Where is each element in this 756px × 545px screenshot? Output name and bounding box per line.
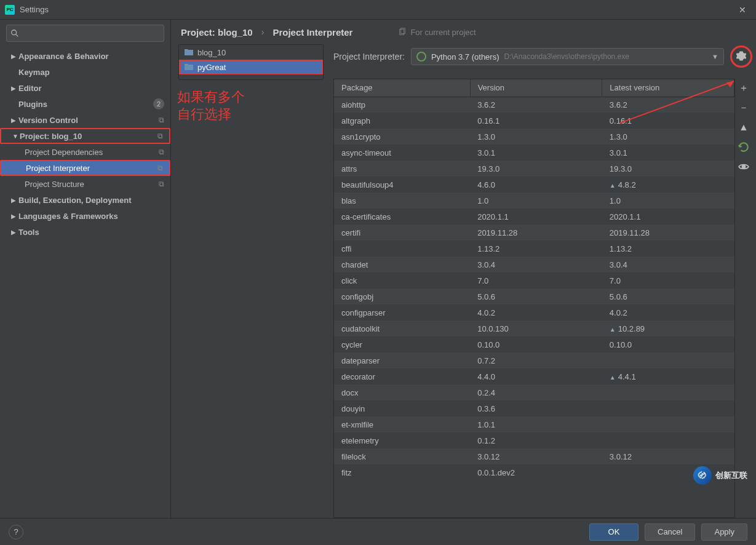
sidebar-item[interactable]: Project Structure⧉ (0, 176, 170, 192)
ok-button[interactable]: OK (589, 523, 639, 541)
gear-highlight-circle (730, 46, 752, 68)
table-row[interactable]: et-xmlfile1.0.1 (334, 416, 734, 432)
cell-package: aiohttp (334, 97, 470, 113)
sidebar-item-label: Editor (18, 84, 164, 93)
sidebar-item[interactable]: ▶Languages & Frameworks (0, 208, 170, 224)
close-icon[interactable]: ✕ (734, 5, 751, 15)
show-early-releases-button[interactable] (737, 160, 750, 173)
chevron-right-icon: ▶ (11, 197, 18, 204)
table-row[interactable]: cudatoolkit10.0.130▲10.2.89 (334, 320, 734, 336)
packages-table[interactable]: Package Version Latest version aiohttp3.… (333, 79, 735, 518)
table-row[interactable]: docx0.2.4 (334, 384, 734, 400)
table-row[interactable]: asn1crypto1.3.01.3.0 (334, 129, 734, 145)
main-panel: Project: blog_10 › Project Interpreter F… (171, 20, 756, 518)
table-row[interactable]: configparser4.0.24.0.2 (334, 304, 734, 320)
cell-package: fitz (334, 464, 470, 480)
package-toolbar: ＋ － ▲ (735, 79, 752, 518)
gear-icon[interactable] (736, 51, 746, 63)
sidebar-item[interactable]: ▶Editor (0, 80, 170, 96)
cell-latest: 1.0 (602, 193, 734, 209)
cell-package: configparser (334, 304, 470, 320)
project-item[interactable]: pyGreat (179, 60, 323, 74)
sidebar-item[interactable]: ▼Project: blog_10⧉ (0, 128, 170, 144)
table-row[interactable]: blas1.01.0 (334, 193, 734, 209)
table-row[interactable]: filelock3.0.123.0.12 (334, 448, 734, 464)
chevron-right-icon: ▶ (11, 85, 18, 92)
table-row[interactable]: ca-certificates2020.1.12020.1.1 (334, 209, 734, 225)
cell-package: cffi (334, 241, 470, 257)
table-row[interactable]: etelemetry0.1.2 (334, 432, 734, 448)
sidebar-item[interactable]: ▶Tools (0, 224, 170, 240)
cell-version: 4.4.0 (470, 368, 602, 384)
search-input-wrapper[interactable] (6, 25, 164, 42)
cell-package: asn1crypto (334, 129, 470, 145)
table-row[interactable]: chardet3.0.43.0.4 (334, 257, 734, 272)
table-row[interactable]: fitz0.0.1.dev2 (334, 464, 734, 480)
search-input[interactable] (23, 29, 160, 38)
project-item[interactable]: blog_10 (179, 45, 323, 60)
cell-version: 1.13.2 (470, 241, 602, 257)
cell-version: 2019.11.28 (470, 225, 602, 241)
cancel-button[interactable]: Cancel (645, 523, 695, 541)
sidebar-item-label: Appearance & Behavior (18, 52, 164, 61)
cell-latest: ▲4.4.1 (602, 368, 734, 384)
sidebar-item[interactable]: ▶Appearance & Behavior (0, 48, 170, 64)
refresh-button[interactable] (737, 140, 750, 154)
upgrade-package-button[interactable]: ▲ (737, 121, 750, 134)
upgrade-available-icon: ▲ (610, 374, 616, 381)
project-item-label: pyGreat (197, 63, 226, 72)
table-row[interactable]: dateparser0.7.2 (334, 352, 734, 368)
cell-latest: 4.0.2 (602, 304, 734, 320)
cell-version: 10.0.130 (470, 320, 602, 336)
table-row[interactable]: click7.07.0 (334, 272, 734, 288)
breadcrumb-project: Project: blog_10 (181, 27, 253, 38)
chevron-right-icon: ▶ (11, 53, 18, 60)
svg-point-6 (417, 52, 426, 61)
copy-icon (398, 28, 407, 36)
settings-sidebar: ▶Appearance & BehaviorKeymap▶EditorPlugi… (0, 20, 171, 518)
project-item-label: blog_10 (197, 48, 226, 57)
cell-latest: 0.16.1 (602, 113, 734, 129)
cell-version: 0.10.0 (470, 336, 602, 352)
sidebar-item[interactable]: Plugins2 (0, 96, 170, 112)
remove-package-button[interactable]: － (737, 101, 750, 114)
table-row[interactable]: certifi2019.11.282019.11.28 (334, 225, 734, 241)
add-package-button[interactable]: ＋ (737, 81, 750, 95)
chevron-down-icon: ▼ (712, 53, 718, 60)
table-row[interactable]: attrs19.3.019.3.0 (334, 161, 734, 177)
table-row[interactable]: async-timeout3.0.13.0.1 (334, 145, 734, 161)
table-row[interactable]: beautifulsoup44.6.0▲4.8.2 (334, 177, 734, 193)
sidebar-item[interactable]: ▶Version Control⧉ (0, 112, 170, 128)
col-package[interactable]: Package (334, 79, 470, 97)
table-row[interactable]: decorator4.4.0▲4.4.1 (334, 368, 734, 384)
svg-line-1 (16, 34, 18, 37)
cell-version: 19.3.0 (470, 161, 602, 177)
sidebar-item[interactable]: Project Dependencies⧉ (0, 144, 170, 160)
col-version[interactable]: Version (470, 79, 602, 97)
breadcrumb-separator-icon: › (261, 27, 265, 37)
table-row[interactable]: aiohttp3.6.23.6.2 (334, 97, 734, 113)
cell-version: 5.0.6 (470, 288, 602, 304)
table-row[interactable]: configobj5.0.65.0.6 (334, 288, 734, 304)
col-latest[interactable]: Latest version (602, 79, 734, 97)
help-button[interactable]: ? (9, 525, 23, 539)
chevron-right-icon: ▶ (11, 213, 18, 220)
cell-version: 3.6.2 (470, 97, 602, 113)
apply-button[interactable]: Apply (701, 523, 747, 541)
table-row[interactable]: cycler0.10.00.10.0 (334, 336, 734, 352)
cell-latest: 0.10.0 (602, 336, 734, 352)
cell-latest (602, 432, 734, 448)
cell-package: et-xmlfile (334, 416, 470, 432)
table-row[interactable]: altgraph0.16.10.16.1 (334, 113, 734, 129)
cell-latest: 3.6.2 (602, 97, 734, 113)
table-row[interactable]: douyin0.3.6 (334, 400, 734, 416)
sidebar-item[interactable]: ▶Build, Execution, Deployment (0, 192, 170, 208)
cell-version: 1.0 (470, 193, 602, 209)
interpreter-select[interactable]: Python 3.7 (others) D:\Anaconda3\envs\ot… (411, 48, 724, 65)
cell-latest: 7.0 (602, 272, 734, 288)
table-row[interactable]: cffi1.13.21.13.2 (334, 241, 734, 257)
sidebar-item[interactable]: Project Interpreter⧉ (0, 160, 170, 176)
sidebar-item-label: Project: blog_10 (20, 132, 154, 141)
sidebar-item-label: Project Dependencies (25, 148, 155, 157)
sidebar-item[interactable]: Keymap (0, 64, 170, 80)
